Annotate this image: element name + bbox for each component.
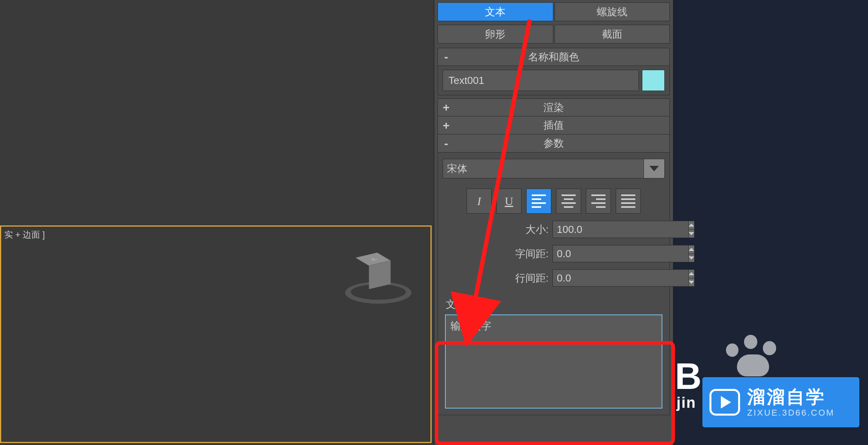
spinner-up-icon[interactable]	[689, 245, 694, 254]
size-spinner-arrows	[689, 221, 695, 238]
play-icon	[709, 389, 740, 416]
viewcube[interactable]: 上	[341, 251, 404, 314]
rollout-render-title: 渲染	[438, 101, 669, 114]
viewcube-cube[interactable]: 上	[362, 256, 383, 285]
size-row: 大小:	[443, 221, 665, 238]
font-select[interactable]: 宋体	[443, 159, 665, 178]
viewport-top[interactable]	[0, 0, 434, 223]
object-type-row-1: 文本 螺旋线	[434, 0, 673, 22]
rollout-params-header[interactable]: - 参数	[438, 134, 670, 153]
object-name-input[interactable]	[443, 70, 639, 91]
plus-icon: +	[440, 119, 452, 132]
leading-spinner-arrows	[689, 269, 695, 287]
helix-button[interactable]: 螺旋线	[554, 2, 670, 21]
kerning-spinner	[553, 245, 662, 262]
leading-row: 行间距:	[443, 269, 665, 287]
viewcube-front[interactable]	[369, 260, 391, 289]
rollout-interp-title: 插值	[438, 118, 669, 132]
viewport-label[interactable]: 实 + 边面 ]	[4, 229, 45, 241]
text-field-label: 文本:	[446, 298, 665, 311]
color-swatch[interactable]	[642, 70, 665, 91]
kerning-input[interactable]	[553, 245, 689, 262]
spinner-down-icon[interactable]	[689, 230, 694, 238]
rollout-params-body: 宋体 I U 大小:	[438, 153, 670, 415]
text-input-value: 输入文字	[450, 320, 491, 332]
size-spinner	[553, 221, 662, 238]
paw-icon	[718, 329, 781, 376]
align-right-button[interactable]	[586, 189, 611, 214]
object-type-row-2: 卵形 截面	[434, 22, 673, 45]
leading-label: 行间距:	[501, 271, 549, 285]
leading-input[interactable]	[553, 269, 689, 287]
rollout-name-color-title: 名称和颜色	[438, 50, 669, 64]
kerning-row: 字间距:	[443, 245, 665, 262]
minus-icon: -	[440, 50, 452, 64]
rollout-name-color-body	[438, 66, 670, 95]
watermark-letter: B	[675, 355, 702, 398]
text-button[interactable]: 文本	[438, 2, 553, 21]
brand-cn-text: 溜溜自学	[747, 387, 835, 407]
spinner-up-icon[interactable]	[689, 221, 694, 230]
align-left-button[interactable]	[526, 189, 551, 214]
section-button[interactable]: 截面	[554, 25, 670, 44]
size-input[interactable]	[553, 221, 689, 238]
rollout-name-color-header[interactable]: - 名称和颜色	[438, 48, 670, 66]
brand-badge: 溜溜自学 ZIXUE.3D66.COM	[702, 377, 859, 427]
rollout-params-title: 参数	[438, 136, 669, 150]
italic-button[interactable]: I	[467, 189, 492, 214]
align-center-button[interactable]	[556, 189, 581, 214]
chevron-down-icon[interactable]	[644, 159, 664, 178]
command-panel: 文本 螺旋线 卵形 截面 - 名称和颜色 + 渲染 + 插值 - 参数 宋体 I	[434, 0, 673, 445]
spinner-up-icon[interactable]	[689, 270, 694, 278]
align-justify-button[interactable]	[616, 189, 641, 214]
text-input-area[interactable]: 输入文字	[445, 314, 662, 409]
kerning-label: 字间距:	[501, 247, 549, 261]
rollout-interp-header[interactable]: + 插值	[438, 116, 670, 134]
spinner-down-icon[interactable]	[689, 254, 694, 262]
spinner-down-icon[interactable]	[689, 278, 694, 287]
left-area: 实 + 边面 ] 上	[0, 0, 434, 445]
rollout-render-header[interactable]: + 渲染	[438, 98, 670, 116]
egg-button[interactable]: 卵形	[438, 25, 553, 44]
leading-spinner	[553, 269, 662, 287]
size-label: 大小:	[501, 223, 549, 236]
font-select-value: 宋体	[443, 162, 467, 176]
minus-icon: -	[440, 137, 452, 150]
watermark-small: jin	[677, 394, 696, 411]
plus-icon: +	[440, 101, 452, 114]
kerning-spinner-arrows	[689, 245, 695, 262]
style-row: I U	[443, 189, 665, 214]
brand-url-text: ZIXUE.3D66.COM	[747, 408, 835, 418]
underline-button[interactable]: U	[496, 189, 522, 214]
